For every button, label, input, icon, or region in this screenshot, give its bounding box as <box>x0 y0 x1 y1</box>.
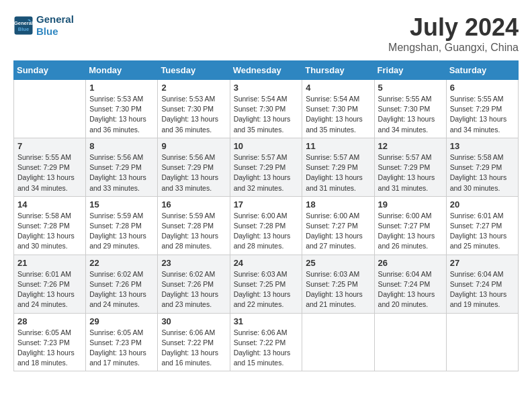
cell-2-3: 9Sunrise: 5:56 AM Sunset: 7:29 PM Daylig… <box>158 138 230 196</box>
cell-4-5: 25Sunrise: 6:03 AM Sunset: 7:25 PM Dayli… <box>302 255 374 313</box>
day-info: Sunrise: 5:54 AM Sunset: 7:30 PM Dayligh… <box>306 94 370 135</box>
title-section: July 2024 Mengshan, Guangxi, China <box>388 13 519 54</box>
day-info: Sunrise: 5:55 AM Sunset: 7:30 PM Dayligh… <box>378 94 443 135</box>
day-info: Sunrise: 6:06 AM Sunset: 7:22 PM Dayligh… <box>234 328 299 369</box>
day-info: Sunrise: 5:55 AM Sunset: 7:29 PM Dayligh… <box>17 152 82 193</box>
day-info: Sunrise: 6:06 AM Sunset: 7:22 PM Dayligh… <box>161 328 226 369</box>
cell-1-4: 3Sunrise: 5:54 AM Sunset: 7:30 PM Daylig… <box>230 80 302 138</box>
day-number: 24 <box>234 258 299 268</box>
day-info: Sunrise: 5:59 AM Sunset: 7:28 PM Dayligh… <box>89 211 154 252</box>
header: General Blue General Blue July 2024 Meng… <box>13 13 519 54</box>
day-number: 10 <box>234 141 299 151</box>
cell-4-4: 24Sunrise: 6:03 AM Sunset: 7:25 PM Dayli… <box>230 255 302 313</box>
cell-3-1: 14Sunrise: 5:58 AM Sunset: 7:28 PM Dayli… <box>14 196 86 255</box>
day-info: Sunrise: 6:01 AM Sunset: 7:27 PM Dayligh… <box>450 211 515 252</box>
cell-5-1: 28Sunrise: 6:05 AM Sunset: 7:23 PM Dayli… <box>14 313 86 371</box>
cell-5-5 <box>302 313 374 371</box>
cell-5-2: 29Sunrise: 6:05 AM Sunset: 7:23 PM Dayli… <box>86 313 158 371</box>
day-info: Sunrise: 5:59 AM Sunset: 7:28 PM Dayligh… <box>161 211 226 252</box>
day-info: Sunrise: 6:00 AM Sunset: 7:28 PM Dayligh… <box>234 211 299 252</box>
cell-1-7: 6Sunrise: 5:55 AM Sunset: 7:29 PM Daylig… <box>446 80 518 138</box>
header-thursday: Thursday <box>302 61 374 80</box>
day-info: Sunrise: 5:56 AM Sunset: 7:29 PM Dayligh… <box>89 152 154 193</box>
day-number: 7 <box>17 141 82 151</box>
day-info: Sunrise: 6:01 AM Sunset: 7:26 PM Dayligh… <box>17 269 82 310</box>
cell-2-6: 12Sunrise: 5:57 AM Sunset: 7:29 PM Dayli… <box>374 138 446 196</box>
header-sunday: Sunday <box>14 61 86 80</box>
svg-text:Blue: Blue <box>18 26 29 32</box>
day-number: 1 <box>89 83 154 93</box>
logo: General Blue General Blue <box>13 13 74 38</box>
day-number: 17 <box>234 199 299 210</box>
cell-5-6 <box>374 313 446 371</box>
day-number: 30 <box>161 316 226 326</box>
day-number: 8 <box>89 141 154 151</box>
day-number: 2 <box>161 83 226 93</box>
day-info: Sunrise: 5:58 AM Sunset: 7:28 PM Dayligh… <box>17 211 82 252</box>
cell-2-1: 7Sunrise: 5:55 AM Sunset: 7:29 PM Daylig… <box>14 138 86 196</box>
week-row-4: 21Sunrise: 6:01 AM Sunset: 7:26 PM Dayli… <box>14 255 519 313</box>
cell-4-2: 22Sunrise: 6:02 AM Sunset: 7:26 PM Dayli… <box>86 255 158 313</box>
cell-2-5: 11Sunrise: 5:57 AM Sunset: 7:29 PM Dayli… <box>302 138 374 196</box>
header-tuesday: Tuesday <box>158 61 230 80</box>
day-number: 3 <box>234 83 299 93</box>
cell-3-7: 20Sunrise: 6:01 AM Sunset: 7:27 PM Dayli… <box>446 196 518 255</box>
day-number: 19 <box>378 199 443 210</box>
day-info: Sunrise: 5:57 AM Sunset: 7:29 PM Dayligh… <box>234 152 299 193</box>
day-info: Sunrise: 6:02 AM Sunset: 7:26 PM Dayligh… <box>89 269 154 310</box>
day-number: 12 <box>378 141 443 151</box>
day-number: 23 <box>161 258 226 268</box>
day-number: 27 <box>450 258 515 268</box>
cell-1-6: 5Sunrise: 5:55 AM Sunset: 7:30 PM Daylig… <box>374 80 446 138</box>
days-header-row: Sunday Monday Tuesday Wednesday Thursday… <box>14 61 519 80</box>
day-number: 14 <box>17 199 82 210</box>
week-row-1: 1Sunrise: 5:53 AM Sunset: 7:30 PM Daylig… <box>14 80 519 138</box>
cell-1-3: 2Sunrise: 5:53 AM Sunset: 7:30 PM Daylig… <box>158 80 230 138</box>
day-info: Sunrise: 6:04 AM Sunset: 7:24 PM Dayligh… <box>450 269 515 310</box>
day-number: 26 <box>378 258 443 268</box>
cell-2-4: 10Sunrise: 5:57 AM Sunset: 7:29 PM Dayli… <box>230 138 302 196</box>
day-number: 15 <box>89 199 154 210</box>
cell-5-7 <box>446 313 518 371</box>
cell-3-3: 16Sunrise: 5:59 AM Sunset: 7:28 PM Dayli… <box>158 196 230 255</box>
cell-5-3: 30Sunrise: 6:06 AM Sunset: 7:22 PM Dayli… <box>158 313 230 371</box>
month-title: July 2024 <box>388 13 519 42</box>
header-monday: Monday <box>86 61 158 80</box>
cell-1-5: 4Sunrise: 5:54 AM Sunset: 7:30 PM Daylig… <box>302 80 374 138</box>
day-number: 16 <box>161 199 226 210</box>
day-number: 28 <box>17 316 82 326</box>
day-info: Sunrise: 6:05 AM Sunset: 7:23 PM Dayligh… <box>89 328 154 369</box>
cell-2-2: 8Sunrise: 5:56 AM Sunset: 7:29 PM Daylig… <box>86 138 158 196</box>
day-number: 31 <box>234 316 299 326</box>
cell-3-5: 18Sunrise: 6:00 AM Sunset: 7:27 PM Dayli… <box>302 196 374 255</box>
day-info: Sunrise: 5:57 AM Sunset: 7:29 PM Dayligh… <box>306 152 370 193</box>
day-info: Sunrise: 5:54 AM Sunset: 7:30 PM Dayligh… <box>234 94 299 135</box>
header-friday: Friday <box>374 61 446 80</box>
week-row-5: 28Sunrise: 6:05 AM Sunset: 7:23 PM Dayli… <box>14 313 519 371</box>
day-number: 9 <box>161 141 226 151</box>
day-number: 4 <box>306 83 370 93</box>
cell-4-7: 27Sunrise: 6:04 AM Sunset: 7:24 PM Dayli… <box>446 255 518 313</box>
day-info: Sunrise: 6:02 AM Sunset: 7:26 PM Dayligh… <box>161 269 226 310</box>
calendar-table: Sunday Monday Tuesday Wednesday Thursday… <box>13 60 519 371</box>
day-number: 22 <box>89 258 154 268</box>
cell-3-4: 17Sunrise: 6:00 AM Sunset: 7:28 PM Dayli… <box>230 196 302 255</box>
cell-2-7: 13Sunrise: 5:58 AM Sunset: 7:29 PM Dayli… <box>446 138 518 196</box>
day-info: Sunrise: 6:05 AM Sunset: 7:23 PM Dayligh… <box>17 328 82 369</box>
header-saturday: Saturday <box>446 61 518 80</box>
cell-3-2: 15Sunrise: 5:59 AM Sunset: 7:28 PM Dayli… <box>86 196 158 255</box>
day-number: 11 <box>306 141 370 151</box>
day-info: Sunrise: 5:53 AM Sunset: 7:30 PM Dayligh… <box>161 94 226 135</box>
cell-1-1 <box>14 80 86 138</box>
logo-icon: General Blue <box>13 15 34 36</box>
day-info: Sunrise: 6:03 AM Sunset: 7:25 PM Dayligh… <box>306 269 370 310</box>
day-info: Sunrise: 5:57 AM Sunset: 7:29 PM Dayligh… <box>378 152 443 193</box>
cell-4-3: 23Sunrise: 6:02 AM Sunset: 7:26 PM Dayli… <box>158 255 230 313</box>
week-row-3: 14Sunrise: 5:58 AM Sunset: 7:28 PM Dayli… <box>14 196 519 255</box>
logo-text-line2: Blue <box>36 26 74 38</box>
day-info: Sunrise: 6:03 AM Sunset: 7:25 PM Dayligh… <box>234 269 299 310</box>
cell-4-1: 21Sunrise: 6:01 AM Sunset: 7:26 PM Dayli… <box>14 255 86 313</box>
day-info: Sunrise: 5:56 AM Sunset: 7:29 PM Dayligh… <box>161 152 226 193</box>
day-info: Sunrise: 6:00 AM Sunset: 7:27 PM Dayligh… <box>378 211 443 252</box>
day-number: 5 <box>378 83 443 93</box>
